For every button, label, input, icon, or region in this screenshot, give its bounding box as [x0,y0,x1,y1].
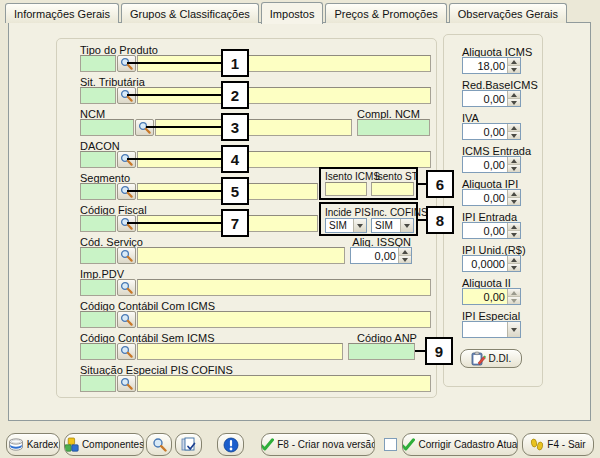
cod-servico-desc-input[interactable] [137,247,345,264]
document-check-button[interactable] [175,433,202,456]
aliquota-ii-spinner[interactable]: 0,00 [462,288,521,305]
ipi-entrada-spinner[interactable]: 0,00 [462,222,521,239]
tab-precos-promocoes[interactable]: Preços & Promoções [325,3,446,23]
componentes-button-label: Componentes [82,439,144,450]
ipi-unid-spinner[interactable]: 0,0000 [462,255,521,272]
kardex-drum-icon [8,437,24,452]
spin-down-icon[interactable] [399,255,411,263]
cod-contabil-sem-icms-desc-input[interactable] [137,343,343,360]
compl-ncm-input[interactable] [357,119,430,136]
ipi-especial-select[interactable] [462,321,521,338]
situacao-especial-desc-input[interactable] [137,375,431,392]
tab-grupos-classificacoes[interactable]: Grupos & Classificações [121,3,259,23]
codigo-fiscal-code-input[interactable] [80,215,116,232]
cod-servico-code-input[interactable] [80,247,116,264]
tab-observacoes-gerais[interactable]: Observações Gerais [449,3,567,23]
cod-contabil-sem-icms-code-input[interactable] [80,343,116,360]
imp-pdv-desc-input[interactable] [137,279,431,296]
iva-spinner[interactable]: 0,00 [462,123,521,140]
spin-up-icon[interactable] [399,248,411,255]
red-base-icms-spinner[interactable]: 0,00 [462,90,521,107]
search-icon [120,281,133,294]
cubes-icon [64,437,79,452]
spin-up-icon[interactable] [508,256,520,263]
isento-icms-input[interactable] [325,182,367,196]
kardex-button[interactable]: Kardex [6,433,60,456]
callout-3: 3 [221,113,249,141]
imp-pdv-search-button[interactable] [117,279,136,296]
spin-up-icon[interactable] [508,289,520,296]
icms-entrada-spinner[interactable]: 0,00 [462,156,521,173]
codigo-anp-input[interactable] [348,343,415,360]
f8-criar-nova-versao-button[interactable]: F8 - Criar nova versão [261,433,375,456]
inc-cofins-select[interactable]: SIM [371,218,414,233]
chevron-down-icon[interactable] [400,219,413,232]
chevron-down-icon[interactable] [353,219,366,232]
iva-value: 0,00 [463,124,507,139]
tab-informacoes-gerais[interactable]: Informações Gerais [5,3,119,23]
callout-line-9 [415,350,425,352]
isento-st-input[interactable] [371,182,414,196]
search-tool-button[interactable] [146,433,172,456]
spin-up-icon[interactable] [508,223,520,230]
tab-impostos[interactable]: Impostos [261,2,324,24]
spin-up-icon[interactable] [508,124,520,131]
corrigir-checkbox[interactable] [384,438,397,451]
spin-down-icon[interactable] [508,296,520,304]
spin-up-icon[interactable] [508,190,520,197]
callout-line-1 [127,62,221,64]
spin-down-icon[interactable] [508,65,520,73]
segmento-code-input[interactable] [80,183,116,200]
tipo-produto-code-input[interactable] [80,55,116,72]
spin-down-icon[interactable] [508,131,520,139]
spin-down-icon[interactable] [508,230,520,238]
spin-up-icon[interactable] [508,91,520,98]
callout-line-8 [418,219,426,221]
aliquota-ipi-spinner[interactable]: 0,00 [462,189,521,206]
spin-up-icon[interactable] [508,58,520,65]
cod-contabil-com-icms-code-input[interactable] [80,311,116,328]
callout-9: 9 [425,337,453,365]
spin-down-icon[interactable] [508,98,520,106]
f8-button-label: F8 - Criar nova versão [277,439,375,450]
spin-up-icon[interactable] [508,157,520,164]
tab-bar: Informações Gerais Grupos & Classificaçõ… [5,2,567,24]
situacao-especial-code-input[interactable] [80,375,116,392]
info-alert-button[interactable] [217,433,244,456]
spin-down-icon[interactable] [508,263,520,271]
aliq-issqn-spinner[interactable]: 0,00 [350,247,412,264]
situacao-especial-search-button[interactable] [117,375,136,392]
ipi-unid-value: 0,0000 [463,256,507,271]
incide-pis-label: Incide PIS [325,207,371,218]
componentes-button[interactable]: Componentes [64,433,144,456]
imp-pdv-code-input[interactable] [80,279,116,296]
inc-cofins-value: SIM [372,219,400,232]
cod-contabil-com-icms-desc-input[interactable] [137,311,431,328]
cod-contabil-sem-icms-search-button[interactable] [117,343,136,360]
check-icon [402,437,415,452]
callout-line-7 [127,222,221,224]
ncm-code-input[interactable] [80,119,134,136]
aliquota-icms-value: 18,00 [463,58,507,73]
sit-tributaria-code-input[interactable] [80,87,116,104]
aliq-issqn-value: 0,00 [351,248,398,263]
f4-sair-button-label: F4 - Sair [547,439,585,450]
aliquota-icms-spinner[interactable]: 18,00 [462,57,521,74]
isento-icms-label: Isento ICMS [325,171,380,182]
icms-entrada-value: 0,00 [463,157,507,172]
cod-contabil-com-icms-search-button[interactable] [117,311,136,328]
footprints-icon [530,437,544,452]
corrigir-cadastro-button[interactable]: Corrigir Cadastro Atual [402,433,518,456]
exclamation-icon [223,437,239,453]
dacon-code-input[interactable] [80,151,116,168]
ddi-button[interactable]: D.DI. [460,349,522,368]
isento-box: Isento ICMS Isento ST [319,167,418,200]
aliquota-ipi-value: 0,00 [463,190,507,205]
app-window: Informações Gerais Grupos & Classificaçõ… [0,0,600,458]
spin-down-icon[interactable] [508,164,520,172]
spin-down-icon[interactable] [508,197,520,205]
incide-pis-select[interactable]: SIM [325,218,367,233]
chevron-down-icon[interactable] [507,322,520,337]
f4-sair-button[interactable]: F4 - Sair [522,433,594,456]
cod-servico-search-button[interactable] [117,247,136,264]
